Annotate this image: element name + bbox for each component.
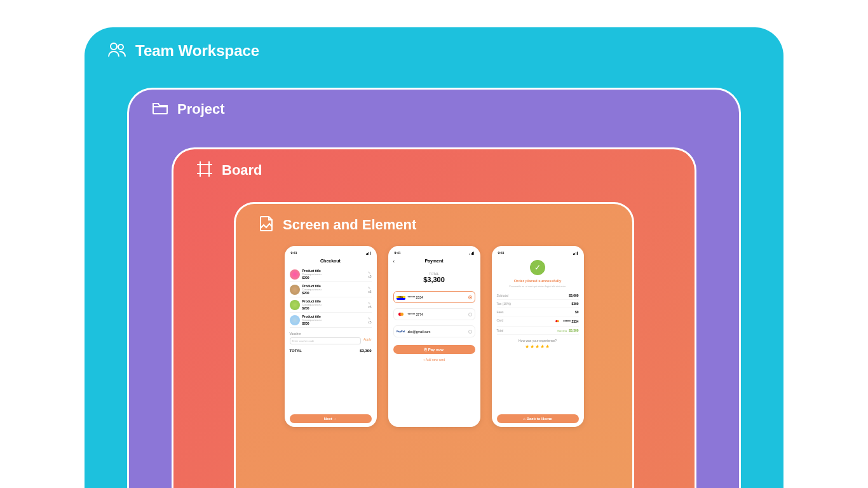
apply-button[interactable]: Apply [363,337,372,344]
success-title: Order placed successfully [497,279,579,283]
total-amount: $3,300 [360,349,371,353]
product-qty: x5 [368,274,371,278]
pay-button[interactable]: ⎘ Pay now [393,345,475,354]
product-image [290,269,300,280]
total-label: TOTAL [290,349,302,353]
status-bar: 9:41 [290,250,372,256]
back-home-button[interactable]: ⌂ Back to Home [497,414,579,423]
status-bar: 9:41 [393,250,475,256]
product-row: Product title Consequat ex eu $200 ✎ x5 [290,282,372,297]
phone-checkout: 9:41 Checkout Product title Consequat ex… [285,246,377,427]
rating-stars[interactable]: ★★★★★ [497,344,579,349]
phone-payment: 9:41 ‹ Payment TOTAL $3,300 VISA ****** … [388,246,480,427]
mastercard-icon [397,311,405,317]
back-icon[interactable]: ‹ [393,259,395,264]
folder-icon [152,101,168,118]
card-option-mc[interactable]: ****** 3774 [393,308,475,320]
card-option-paypal[interactable]: PayPal abc@gmail.com [393,325,475,337]
phone-success: 9:41 ✓ Order placed successfully Commodo… [492,246,584,427]
visa-icon: VISA [397,294,405,300]
signal-icon [470,252,474,255]
product-price: $200 [302,276,366,280]
product-image [290,300,300,310]
signal-icon [366,252,370,255]
voucher-label: Voucher [290,332,372,336]
experience-label: How was your experience? [497,339,579,342]
product-image [290,285,300,295]
card-number: ****** 2334 [408,295,423,299]
product-image [290,315,300,325]
svg-point-1 [118,44,123,50]
product-row: Product title Consequat ex eu $200 ✎ x5 [290,297,372,313]
next-button[interactable]: Next → [290,414,372,423]
time: 9:41 [291,251,297,255]
paypal-email: abc@gmail.com [408,330,431,334]
phone-previews: 9:41 Checkout Product title Consequat ex… [236,246,632,427]
svg-point-0 [111,43,117,50]
paypal-icon: PayPal [397,329,405,334]
team-icon [107,41,126,60]
workspace-title: Team Workspace [135,42,259,60]
mastercard-icon [554,319,560,323]
page-title: Checkout [290,259,372,263]
page-title: ‹ Payment [393,259,475,263]
radio[interactable] [468,313,472,316]
product-row: Product title Consequat ex eu $200 ✎ x5 [290,267,372,282]
signal-icon [573,252,578,255]
total-amount: $3,300 [393,276,475,283]
image-icon [259,215,274,234]
project-title: Project [177,101,225,118]
add-card-link[interactable]: + Add new card [393,358,475,362]
card-option-visa[interactable]: VISA ****** 2334 [393,291,475,303]
frame-icon [196,161,213,180]
success-subtitle: Commodo eu ut sunt qui minim fugiat elit… [502,285,574,288]
radio-selected[interactable] [468,295,472,299]
screen-title: Screen and Element [283,217,416,233]
voucher-input[interactable]: Enter voucher code [290,337,361,344]
status-bar: 9:41 [497,250,579,256]
board-title: Board [222,162,262,179]
card-number: ****** 3774 [408,313,423,316]
success-check-icon: ✓ [530,260,545,275]
radio[interactable] [468,330,472,334]
layer-screen-element: Screen and Element 9:41 Checkout Product… [234,202,634,488]
product-row: Product title Consequat ex eu $200 ✎ x5 [290,313,372,328]
